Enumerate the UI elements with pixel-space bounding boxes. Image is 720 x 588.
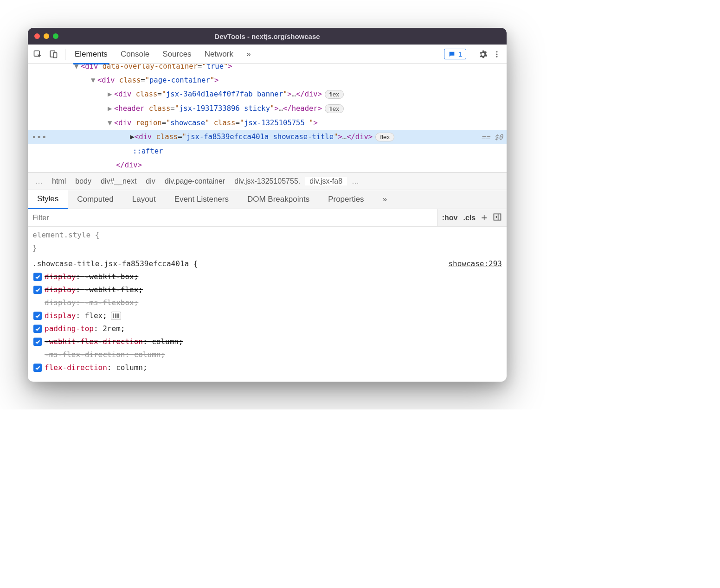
tabs-overflow-icon[interactable]: » bbox=[240, 45, 257, 64]
dom-line[interactable]: ▼<div region="showcase" class="jsx-13251… bbox=[28, 116, 507, 130]
issues-badge[interactable]: 1 bbox=[444, 49, 466, 59]
dollar-zero: == $0 bbox=[478, 130, 507, 144]
flex-badge[interactable]: flex bbox=[375, 133, 394, 141]
styles-tabbar: Styles Computed Layout Event Listeners D… bbox=[28, 190, 507, 209]
cls-toggle[interactable]: .cls bbox=[463, 214, 476, 222]
checkbox-icon[interactable] bbox=[33, 364, 42, 372]
dom-close[interactable]: </div> bbox=[28, 158, 507, 172]
css-declaration[interactable]: display: flex; bbox=[32, 309, 502, 322]
tab-sources[interactable]: Sources bbox=[156, 45, 198, 64]
css-declaration-disabled[interactable]: -ms-flex-direction: column; bbox=[32, 348, 502, 361]
titlebar: DevTools - nextjs.org/showcase bbox=[28, 28, 507, 45]
styles-tab-styles[interactable]: Styles bbox=[28, 190, 68, 210]
device-toggle-icon[interactable] bbox=[46, 47, 60, 61]
crumb[interactable]: div.page-container bbox=[160, 177, 230, 185]
css-selector[interactable]: .showcase-title.jsx-fa8539efcca401a { bbox=[32, 257, 198, 270]
styles-tab-eventlisteners[interactable]: Event Listeners bbox=[165, 190, 238, 209]
checkbox-icon[interactable] bbox=[33, 273, 42, 281]
styles-tab-computed[interactable]: Computed bbox=[68, 190, 122, 209]
flex-editor-icon[interactable] bbox=[111, 312, 121, 320]
css-declaration[interactable]: display: -webkit-box; bbox=[32, 270, 502, 283]
minimize-window-button[interactable] bbox=[44, 33, 49, 39]
window-title: DevTools - nextjs.org/showcase bbox=[28, 32, 507, 40]
svg-point-3 bbox=[496, 51, 498, 52]
css-source-link[interactable]: showcase:293 bbox=[448, 257, 502, 270]
crumb[interactable]: div bbox=[141, 177, 160, 185]
svg-point-4 bbox=[496, 53, 498, 55]
new-style-rule-icon[interactable]: + bbox=[481, 212, 487, 224]
checkbox-icon[interactable] bbox=[33, 325, 42, 333]
hov-toggle[interactable]: :hov bbox=[442, 214, 458, 222]
computed-panel-icon[interactable] bbox=[493, 212, 502, 224]
styles-rules: element.style { } .showcase-title.jsx-fa… bbox=[28, 227, 507, 382]
ellipsis-icon[interactable]: ••• bbox=[28, 130, 50, 144]
crumb[interactable]: html bbox=[47, 177, 71, 185]
crumb-overflow[interactable]: … bbox=[347, 177, 364, 185]
crumb-active[interactable]: div.jsx-fa8 bbox=[305, 177, 347, 185]
main-toolbar: Elements Console Sources Network » 1 bbox=[28, 45, 507, 64]
tab-console[interactable]: Console bbox=[114, 45, 156, 64]
flex-badge[interactable]: flex bbox=[325, 104, 344, 113]
brace-close: } bbox=[32, 242, 502, 255]
checkbox-icon[interactable] bbox=[33, 286, 42, 294]
checkbox-icon[interactable] bbox=[33, 312, 42, 320]
dom-line[interactable]: ▶<header class="jsx-1931733896 sticky">…… bbox=[28, 102, 507, 116]
flex-badge[interactable]: flex bbox=[325, 90, 344, 99]
css-declaration[interactable]: display: -webkit-flex; bbox=[32, 283, 502, 296]
styles-tab-overflow-icon[interactable]: » bbox=[373, 190, 396, 209]
issues-count: 1 bbox=[458, 50, 462, 58]
tab-elements[interactable]: Elements bbox=[68, 45, 114, 64]
elements-tree[interactable]: ▼<div data-overlay-container="true"> ▼<d… bbox=[28, 64, 507, 172]
styles-filter-input[interactable] bbox=[28, 209, 437, 226]
more-icon[interactable] bbox=[490, 47, 504, 61]
css-rule-block[interactable]: .showcase-title.jsx-fa8539efcca401a { sh… bbox=[32, 257, 502, 374]
traffic-lights bbox=[34, 33, 58, 39]
crumb[interactable]: div.jsx-1325105755. bbox=[230, 177, 305, 185]
css-declaration[interactable]: -webkit-flex-direction: column; bbox=[32, 335, 502, 348]
css-declaration[interactable]: padding-top: 2rem; bbox=[32, 322, 502, 335]
dom-line[interactable]: ▶<div class="jsx-3a64d1ae4f0f7fab banner… bbox=[28, 87, 507, 102]
breadcrumbs[interactable]: … html body div#__next div div.page-cont… bbox=[28, 172, 507, 190]
styles-tab-layout[interactable]: Layout bbox=[123, 190, 165, 209]
dom-pseudo[interactable]: ::after bbox=[28, 144, 507, 158]
css-declaration[interactable]: flex-direction: column; bbox=[32, 361, 502, 374]
styles-tab-dombreakpoints[interactable]: DOM Breakpoints bbox=[238, 190, 319, 209]
dom-line[interactable]: ▼<div data-overlay-container="true"> bbox=[28, 64, 507, 73]
crumb[interactable]: body bbox=[71, 177, 96, 185]
element-style-selector: element.style { bbox=[32, 229, 502, 242]
settings-icon[interactable] bbox=[476, 47, 490, 61]
crumb-overflow[interactable]: … bbox=[31, 177, 47, 185]
styles-tab-properties[interactable]: Properties bbox=[319, 190, 373, 209]
styles-filter-bar: :hov .cls + bbox=[28, 209, 507, 227]
dom-line[interactable]: ▼<div class="page-container"> bbox=[28, 73, 507, 87]
crumb[interactable]: div#__next bbox=[96, 177, 141, 185]
svg-point-5 bbox=[496, 56, 498, 57]
close-window-button[interactable] bbox=[34, 33, 40, 39]
zoom-window-button[interactable] bbox=[53, 33, 58, 39]
css-declaration-disabled[interactable]: display: -ms-flexbox; bbox=[32, 296, 502, 309]
devtools-window: DevTools - nextjs.org/showcase Elements … bbox=[28, 28, 507, 382]
inspect-icon[interactable] bbox=[31, 47, 45, 61]
svg-rect-2 bbox=[53, 52, 57, 58]
checkbox-icon[interactable] bbox=[33, 338, 42, 346]
element-style-block[interactable]: element.style { } bbox=[32, 229, 502, 255]
tab-network[interactable]: Network bbox=[198, 45, 240, 64]
dom-line-selected[interactable]: ••• ▶<div class="jsx-fa8539efcca401a sho… bbox=[28, 130, 507, 144]
svg-rect-6 bbox=[494, 214, 501, 220]
